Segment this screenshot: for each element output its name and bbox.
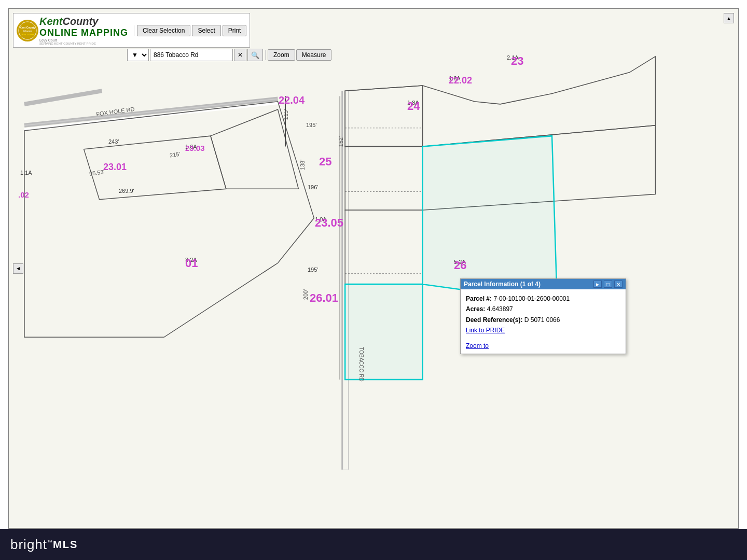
svg-marker-12	[345, 147, 423, 211]
map-container: Kent County Delaware LEVY COURT Kent Cou…	[8, 8, 739, 529]
acres-row: Acres: 4.643897	[466, 304, 620, 314]
parcel-nav-button[interactable]: ►	[593, 281, 602, 288]
svg-line-16	[24, 91, 102, 104]
svg-marker-6	[24, 102, 314, 338]
svg-marker-14	[423, 136, 557, 303]
print-button[interactable]: Print	[223, 25, 247, 36]
road-tobacco: TOBACCO RD	[358, 347, 364, 382]
meas-195b: 195'	[308, 267, 318, 273]
svg-marker-8	[211, 109, 299, 189]
logo-text-area: Kent County ONLINE MAPPING Levy Court SE…	[39, 16, 128, 45]
deed-row: Deed Reference(s): D 5071 0066	[466, 315, 620, 325]
parcel-popup-title: Parcel Information (1 of 4)	[464, 281, 541, 288]
logo-tagline: Levy Court	[39, 38, 128, 42]
road-foxhole: FOX HOLE RD	[96, 106, 135, 117]
meas-243: 243'	[108, 138, 119, 145]
svg-marker-15	[345, 284, 423, 380]
parcel-number-row: Parcel #: 7-00-10100-01-2600-00001	[466, 293, 620, 304]
meas-215: 215'	[169, 151, 181, 159]
parcel-info-popup: Parcel Information (1 of 4) ► □ ✕ Parcel…	[460, 278, 626, 354]
parcel-close-button[interactable]: ✕	[614, 281, 622, 288]
svg-text:Delaware: Delaware	[23, 30, 32, 32]
meas-115: 115'	[283, 109, 289, 120]
svg-line-2	[24, 99, 278, 125]
search-divider	[265, 50, 266, 60]
meas-138: 138'	[299, 160, 306, 170]
bottom-bar: bright™ MLS	[0, 529, 747, 560]
acres-value: 4.643897	[487, 305, 513, 313]
pride-link-row[interactable]: Link to PRIDE	[466, 325, 620, 335]
parcel-minimize-button[interactable]: □	[604, 281, 612, 288]
parcel-popup-controls: ► □ ✕	[593, 281, 622, 288]
logo-kent: Kent	[39, 16, 62, 27]
mls-text: MLS	[53, 539, 78, 551]
search-go-button[interactable]: 🔍	[247, 49, 263, 61]
svg-line-17	[24, 95, 102, 108]
logo-area: Kent County Delaware LEVY COURT Kent Cou…	[17, 16, 128, 45]
logo-subtitle: SERVING KENT COUNTY KENT PRIDE	[39, 42, 128, 45]
toolbar: Kent County Delaware LEVY COURT Kent Cou…	[13, 13, 331, 61]
logo-online-mapping: ONLINE MAPPING	[39, 27, 128, 38]
search-type-dropdown[interactable]: ▼	[127, 49, 149, 61]
zoom-to-link[interactable]: Zoom to	[466, 342, 489, 349]
map-background[interactable]: Kent County Delaware LEVY COURT Kent Cou…	[9, 9, 738, 528]
svg-line-0	[24, 99, 278, 125]
search-clear-button[interactable]: ✕	[234, 49, 246, 61]
svg-marker-13	[345, 210, 423, 284]
meas-9553: 95.53'	[89, 169, 105, 177]
measure-button[interactable]: Measure	[296, 49, 332, 61]
scroll-up-button[interactable]: ▲	[724, 13, 734, 23]
svg-text:LEVY COURT: LEVY COURT	[21, 33, 34, 36]
clear-selection-button[interactable]: Clear Selection	[137, 25, 190, 36]
deed-label: Deed Reference(s):	[466, 316, 522, 324]
pride-link[interactable]: Link to PRIDE	[466, 327, 505, 334]
meas-196: 196'	[308, 184, 318, 190]
logo-badge: Kent County Delaware LEVY COURT	[17, 20, 38, 41]
search-row: ▼ ✕ 🔍 Zoom Measure	[127, 49, 331, 61]
bright-text: bright™	[10, 537, 53, 552]
meas-269: 269.9'	[119, 188, 134, 194]
scroll-left-button[interactable]: ◄	[13, 263, 23, 274]
meas-200: 200'	[302, 289, 309, 300]
deed-value: D 5071 0066	[524, 316, 560, 324]
zoom-button[interactable]: Zoom	[268, 49, 295, 61]
parcel-number-value: 7-00-10100-01-2600-00001	[493, 295, 570, 302]
parcel-popup-footer[interactable]: Zoom to	[461, 340, 626, 354]
label-23-acres: 2.1A 23	[507, 54, 519, 68]
parcel-number-label: Parcel #:	[466, 295, 492, 302]
meas-152: 152'	[338, 136, 344, 147]
svg-marker-10	[423, 125, 656, 210]
svg-marker-11	[345, 86, 423, 146]
toolbar-divider	[134, 25, 134, 36]
bright-logo: bright™	[10, 537, 53, 553]
search-input[interactable]	[150, 49, 233, 61]
bright-tm: ™	[47, 539, 53, 545]
toolbar-row1: Kent County Delaware LEVY COURT Kent Cou…	[13, 13, 250, 48]
svg-text:Kent County: Kent County	[20, 26, 35, 29]
acres-label: Acres:	[466, 305, 485, 313]
logo-county: County	[62, 16, 98, 27]
meas-195a: 195'	[306, 122, 316, 128]
parcel-lines	[9, 9, 738, 528]
select-button[interactable]: Select	[192, 25, 220, 36]
svg-marker-9	[345, 57, 655, 147]
svg-line-3	[24, 99, 278, 125]
parcel-popup-body: Parcel #: 7-00-10100-01-2600-00001 Acres…	[461, 289, 626, 340]
svg-line-1	[24, 103, 278, 130]
parcel-popup-header: Parcel Information (1 of 4) ► □ ✕	[461, 279, 626, 289]
